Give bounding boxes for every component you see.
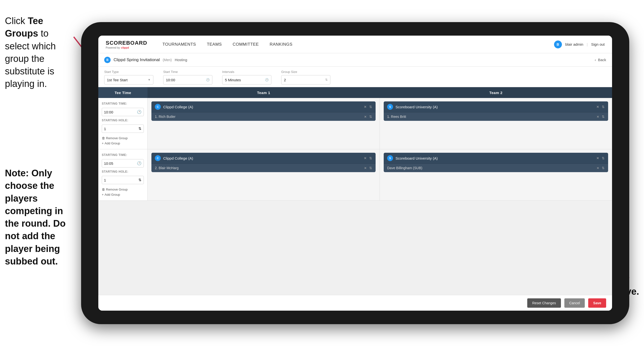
team1-col-1: C Clippd College (A) ✕ ⇅ 1. Rich Butler — [148, 98, 380, 149]
save-button[interactable]: Save — [588, 298, 606, 308]
team-chevron-icon-2[interactable]: ⇅ — [602, 105, 605, 109]
table-header: Tee Time Team 1 Team 2 — [98, 87, 612, 98]
team-card-actions-1-2: ✕ ⇅ — [364, 156, 372, 160]
group-size-group: Group Size 2 ⇅ — [281, 70, 330, 84]
tablet-screen: SCOREBOARD Powered by clippd TOURNAMENTS… — [98, 36, 612, 311]
player-chevron-icon-2[interactable]: ⇅ — [602, 115, 605, 119]
player-remove-icon-1[interactable]: ✕ — [364, 115, 367, 119]
tee-groups-scroll-area: STARTING TIME: 10:00 🕐 STARTING HOLE: 1 … — [98, 98, 612, 295]
clock-icon-tee-2: 🕐 — [137, 161, 142, 166]
team-remove-icon-1-2[interactable]: ✕ — [364, 156, 367, 160]
team-card-actions-2: ✕ ⇅ — [596, 105, 605, 109]
th-teetime: Tee Time — [98, 87, 148, 98]
stepper-icon-1: ⇅ — [138, 126, 142, 131]
plus-icon: + — [102, 141, 104, 145]
nav-teams[interactable]: TEAMS — [201, 36, 227, 53]
start-type-select[interactable]: 1st Tee Start ▼ — [104, 75, 154, 84]
team-card-left-2-2: S Scoreboard University (A) — [387, 155, 438, 161]
chevron-up-down-icon: ⇅ — [325, 78, 328, 81]
player-chevron-icon-1-2[interactable]: ⇅ — [369, 166, 372, 170]
team-card-actions-1: ✕ ⇅ — [364, 105, 372, 109]
tournament-title: Clippd Spring Invitational — [114, 57, 160, 62]
back-button[interactable]: ‹ Back — [594, 58, 606, 62]
team-card-2-1: S Scoreboard University (A) ✕ ⇅ 1. Rees … — [384, 101, 608, 121]
logo-scoreboard: SCOREBOARD — [106, 40, 147, 46]
nav-signout[interactable]: Sign out — [591, 42, 605, 46]
team-remove-icon-2[interactable]: ✕ — [596, 105, 599, 109]
starting-hole-input-2[interactable]: 1 ⇅ — [102, 176, 144, 184]
team-badge-2: S — [387, 104, 393, 110]
note-text: Note: Only choose the players competing … — [0, 167, 84, 268]
group-size-select[interactable]: 2 ⇅ — [281, 75, 330, 84]
player-row-1-1: 1. Rich Butler ✕ ⇅ — [152, 112, 376, 121]
team2-col-2: S Scoreboard University (A) ✕ ⇅ Dave Bil… — [380, 149, 612, 200]
player-row-1-2: 2. Blair McHarg ✕ ⇅ — [152, 164, 376, 172]
stepper-icon-2: ⇅ — [138, 178, 142, 182]
team-card-left: C Clippd College (A) — [155, 104, 193, 110]
team-name-2-2: Scoreboard University (A) — [396, 156, 438, 160]
tee-actions-2: 🗑 Remove Group + Add Group — [102, 188, 144, 196]
start-type-group: Start Type 1st Tee Start ▼ — [104, 70, 154, 84]
nav-committee[interactable]: COMMITTEE — [227, 36, 264, 53]
starting-time-label-1: STARTING TIME: — [102, 102, 144, 105]
remove-group-btn-1[interactable]: 🗑 Remove Group — [102, 136, 144, 140]
user-avatar: B — [554, 40, 562, 48]
starting-hole-label-1: STARTING HOLE: — [102, 119, 144, 122]
player-actions-2-1: ✕ ⇅ — [596, 115, 605, 119]
start-type-label: Start Type — [104, 70, 154, 74]
player-remove-icon-1-2[interactable]: ✕ — [364, 166, 367, 170]
team2-col-1: S Scoreboard University (A) ✕ ⇅ 1. Rees … — [380, 98, 612, 149]
chevron-left-icon: ‹ — [594, 58, 596, 62]
plus-icon-2: + — [102, 193, 104, 196]
team-card-header-2-2: S Scoreboard University (A) ✕ ⇅ — [384, 153, 608, 164]
nav-rankings[interactable]: RANKINGS — [264, 36, 298, 53]
remove-group-btn-2[interactable]: 🗑 Remove Group — [102, 188, 144, 191]
player-name-1-1: 1. Rich Butler — [155, 115, 176, 119]
team-remove-icon-1[interactable]: ✕ — [364, 105, 367, 109]
clock-icon-intervals: 🕐 — [265, 78, 269, 81]
team-chevron-icon-2-2[interactable]: ⇅ — [602, 156, 605, 160]
add-group-btn-1[interactable]: + Add Group — [102, 141, 144, 145]
intervals-select[interactable]: 5 Minutes 🕐 — [222, 75, 271, 84]
nav-right: B blair admin | Sign out — [554, 40, 605, 48]
team-badge-2-2: S — [387, 155, 393, 161]
tablet-shell: SCOREBOARD Powered by clippd TOURNAMENTS… — [81, 22, 629, 324]
bottom-action-bar: Reset Changes Cancel Save — [98, 295, 612, 311]
team-remove-icon-2-2[interactable]: ✕ — [596, 156, 599, 160]
player-row-2-2: Dave Billingham (SUB) ✕ ⇅ — [384, 164, 608, 172]
starting-time-input-2[interactable]: 10:05 🕐 — [102, 159, 144, 167]
team-card-1-2: C Clippd College (A) ✕ ⇅ 2. Blair McHarg — [152, 153, 376, 172]
navbar: SCOREBOARD Powered by clippd TOURNAMENTS… — [98, 36, 612, 53]
team-chevron-icon-1-2[interactable]: ⇅ — [369, 156, 372, 160]
tournament-gender: (Men) — [163, 58, 172, 62]
note-bold-prefix: Note: Only choose the players competing … — [5, 168, 66, 267]
team-chevron-icon-1[interactable]: ⇅ — [369, 105, 372, 109]
player-remove-icon-2[interactable]: ✕ — [596, 115, 599, 119]
player-chevron-icon-2-2[interactable]: ⇅ — [602, 166, 605, 170]
start-time-select[interactable]: 10:00 🕐 — [163, 75, 212, 84]
team-card-1-1: C Clippd College (A) ✕ ⇅ 1. Rich Butler — [152, 101, 376, 121]
team-card-header-1-1: C Clippd College (A) ✕ ⇅ — [152, 101, 376, 112]
player-actions-1-1: ✕ ⇅ — [364, 115, 372, 119]
start-time-group: Start Time 10:00 🕐 — [163, 70, 212, 84]
reset-changes-button[interactable]: Reset Changes — [527, 298, 561, 308]
starting-hole-input-1[interactable]: 1 ⇅ — [102, 124, 144, 133]
team-card-2-2: S Scoreboard University (A) ✕ ⇅ Dave Bil… — [384, 153, 608, 172]
player-chevron-icon-1[interactable]: ⇅ — [369, 115, 372, 119]
add-group-btn-2[interactable]: + Add Group — [102, 193, 144, 196]
starting-time-input-1[interactable]: 10:00 🕐 — [102, 108, 144, 116]
team-card-actions-2-2: ✕ ⇅ — [596, 156, 605, 160]
intervals-group: Intervals 5 Minutes 🕐 — [222, 70, 271, 84]
team-name-1-2: Clippd College (A) — [163, 156, 193, 160]
sub-badge: B — [104, 57, 110, 63]
team-card-header-1-2: C Clippd College (A) ✕ ⇅ — [152, 153, 376, 164]
tee-row: STARTING TIME: 10:00 🕐 STARTING HOLE: 1 … — [98, 98, 612, 149]
logo-area: SCOREBOARD Powered by clippd — [106, 40, 147, 49]
player-actions-1-2: ✕ ⇅ — [364, 166, 372, 170]
cancel-button[interactable]: Cancel — [564, 298, 585, 308]
player-actions-2-2: ✕ ⇅ — [596, 166, 605, 170]
nav-user-name: blair admin — [565, 42, 583, 46]
th-team1: Team 1 — [148, 87, 380, 98]
player-remove-icon-2-2[interactable]: ✕ — [596, 166, 599, 170]
nav-tournaments[interactable]: TOURNAMENTS — [157, 36, 201, 53]
